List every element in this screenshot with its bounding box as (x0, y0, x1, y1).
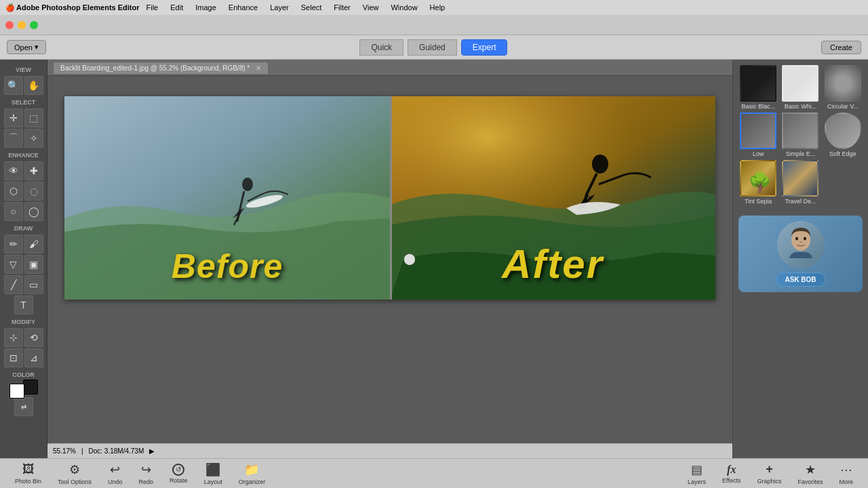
favorites-button[interactable]: ★ Favorites (789, 460, 831, 488)
before-panel: Before (64, 96, 390, 300)
photo-bin-label: Photo Bin (15, 478, 41, 485)
graphics-label: Graphics (757, 478, 781, 485)
tab-close-icon[interactable]: ✕ (256, 64, 261, 72)
foreground-color-swatch[interactable] (9, 384, 24, 399)
more-button[interactable]: ⋯ More (831, 460, 861, 488)
dodge-tool[interactable]: ◯ (24, 202, 43, 221)
redo-button[interactable]: ↪ Redo (131, 460, 162, 488)
effects-button[interactable]: fx Effects (714, 461, 749, 487)
layout-label: Layout (204, 479, 222, 485)
menu-help[interactable]: Help (425, 2, 451, 13)
crop-tool[interactable]: ⊹ (4, 328, 23, 347)
more-icon: ⋯ (840, 462, 852, 477)
filter-label-simple-e: Simple E... (786, 150, 816, 157)
undo-label: Undo (108, 479, 123, 485)
red-eye-tool[interactable]: 👁 (4, 161, 23, 180)
straighten-tool[interactable]: ⊿ (24, 348, 43, 367)
filter-label-basic-black: Basic Blac... (741, 103, 775, 110)
cursor-indicator: ⬤ (403, 252, 410, 259)
guided-mode-button[interactable]: Guided (408, 39, 457, 56)
status-separator: | (81, 447, 83, 455)
menu-layer[interactable]: Layer (264, 2, 294, 13)
filter-tint-sepia[interactable]: 🌳 Tint Sepia (738, 160, 778, 205)
shape-tool[interactable]: ▭ (24, 275, 43, 294)
filter-thumb-basic-black (740, 65, 776, 102)
quick-mode-button[interactable]: Quick (359, 39, 403, 56)
blur-tool[interactable]: ◌ (24, 182, 43, 201)
rotate-label: Rotate (170, 477, 188, 484)
filter-simple-e[interactable]: Simple E... (781, 113, 820, 157)
healing-tool[interactable]: ✚ (24, 161, 43, 180)
status-bar: 55.17% | Doc: 3.18M/4.73M ▶ (47, 443, 732, 458)
ask-bob-button[interactable]: ASK BOB (776, 272, 825, 287)
minimize-window-button[interactable] (18, 21, 26, 29)
open-button[interactable]: Open ▾ (7, 40, 46, 54)
layers-icon: ▤ (691, 462, 703, 477)
gradient-tool[interactable]: ▣ (24, 255, 43, 274)
open-label: Open (14, 43, 33, 52)
filter-label-travel-de: Travel De... (785, 198, 816, 205)
expert-mode-button[interactable]: Expert (461, 39, 508, 56)
file-tab[interactable]: Backlit Boarding_edited-1.jpg @ 55.2% (B… (53, 62, 269, 74)
menu-view[interactable]: View (357, 2, 384, 13)
menu-filter[interactable]: Filter (328, 2, 355, 13)
move-tool[interactable]: ✛ (4, 108, 23, 127)
lasso-tool[interactable]: ⌒ (4, 129, 23, 148)
menu-image[interactable]: Image (190, 2, 222, 13)
tab-bar: Backlit Boarding_edited-1.jpg @ 55.2% (B… (47, 60, 732, 76)
after-panel: After (390, 96, 715, 300)
filter-soft-edge[interactable]: Soft Edge (823, 113, 863, 157)
close-window-button[interactable] (5, 21, 14, 29)
text-tool[interactable]: T (14, 296, 33, 314)
apple-menu[interactable]: 🍎 (5, 3, 15, 12)
sponge-tool[interactable]: ○ (4, 202, 23, 221)
zoom-tool[interactable]: 🔍 (4, 76, 23, 95)
ask-bob-widget[interactable]: ASK BOB (738, 216, 863, 292)
maximize-window-button[interactable] (30, 21, 38, 29)
tool-options-button[interactable]: ⚙ Tool Options (50, 460, 100, 488)
menu-window[interactable]: Window (385, 2, 422, 13)
filter-circular-v[interactable]: Circular V... (823, 65, 863, 110)
filter-label-circular-v: Circular V... (827, 103, 859, 110)
organizer-button[interactable]: 📁 Organizer (231, 460, 274, 488)
menu-file[interactable]: File (141, 2, 164, 13)
layers-button[interactable]: ▤ Layers (679, 460, 714, 488)
filter-thumb-travel-de (782, 160, 818, 197)
select-section-label: SELECT (3, 96, 44, 107)
impressionist-tool[interactable]: 🖌 (24, 235, 43, 253)
pencil-tool[interactable]: ╱ (4, 275, 23, 294)
more-label: More (839, 479, 853, 485)
brush-tool[interactable]: ✏ (4, 235, 23, 253)
filter-travel-de[interactable]: Travel De... (781, 160, 820, 205)
menu-select[interactable]: Select (296, 2, 328, 13)
undo-button[interactable]: ↩ Undo (100, 460, 131, 488)
filter-basic-white[interactable]: Basic Whi... (781, 65, 820, 110)
filter-low[interactable]: Low (738, 113, 778, 157)
svg-point-1 (242, 178, 253, 191)
top-toolbar: Open ▾ Quick Guided Expert Create (0, 35, 868, 60)
menu-edit[interactable]: Edit (165, 2, 189, 13)
magic-wand-tool[interactable]: ✧ (24, 129, 43, 148)
swap-colors-icon[interactable]: ⇄ (14, 397, 33, 416)
recompose-tool[interactable]: ⊡ (4, 348, 23, 367)
clone-stamp-tool[interactable]: ⬡ (4, 182, 23, 201)
hand-tool[interactable]: ✋ (24, 76, 43, 95)
draw-section-label: DRAW (3, 222, 44, 233)
rotate-icon: ↺ (172, 464, 184, 476)
menu-enhance[interactable]: Enhance (223, 2, 263, 13)
rotate-button[interactable]: ↺ Rotate (161, 461, 196, 487)
graphics-button[interactable]: + Graphics (749, 460, 789, 487)
layout-button[interactable]: ⬛ Layout (196, 460, 231, 488)
undo-icon: ↩ (110, 462, 120, 477)
doc-arrow-icon[interactable]: ▶ (149, 447, 155, 455)
marquee-tool[interactable]: ⬚ (24, 108, 43, 127)
filter-basic-black[interactable]: Basic Blac... (738, 65, 778, 110)
transform-tool[interactable]: ⟲ (24, 328, 43, 347)
create-button[interactable]: Create (821, 41, 861, 54)
left-toolbar: VIEW 🔍 ✋ SELECT ✛ ⬚ ⌒ ✧ ENHANCE 👁 ✚ ⬡ ◌ … (0, 60, 47, 458)
ask-bob-avatar (777, 221, 825, 268)
background-color-swatch[interactable] (23, 380, 38, 394)
svg-point-9 (804, 237, 806, 241)
paint-bucket-tool[interactable]: ▽ (4, 255, 23, 274)
photo-bin-button[interactable]: 🖼 Photo Bin (7, 460, 50, 487)
